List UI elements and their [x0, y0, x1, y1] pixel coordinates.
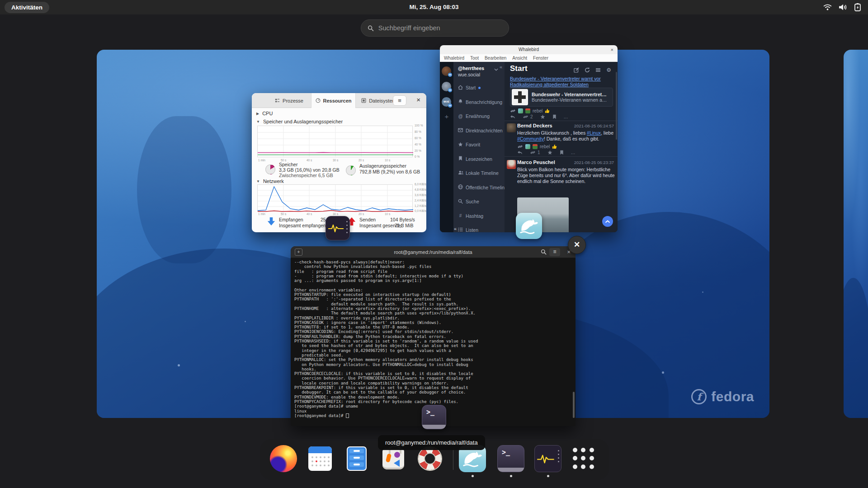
terminal-window[interactable]: + root@ganymed:/run/media/ralf/data ≡ × … — [291, 246, 576, 426]
avatar[interactable] — [507, 123, 516, 132]
sidebar-item-direktnachrichten[interactable]: Direktnachrichten — [458, 128, 507, 133]
post-author[interactable]: Bernd Deckers — [517, 123, 552, 128]
hamburger-menu-button[interactable]: ≡ — [393, 95, 406, 106]
dock-item-files[interactable] — [343, 445, 370, 472]
hashtag-link[interactable]: #Community — [517, 136, 544, 141]
whalebird-sidebar: « @herrthees wue.social Start Benachrich… — [453, 62, 505, 232]
download-arrow-icon — [267, 217, 275, 226]
memory-section-row[interactable]: ▼ Speicher und Auslagerungsspeicher — [256, 119, 343, 124]
collapse-sidebar-icon[interactable]: « — [454, 226, 457, 231]
tab-prozesse[interactable]: Prozesse — [267, 93, 311, 108]
adjacent-workspace-thumbnail[interactable] — [844, 50, 868, 418]
system-monitor-app-badge — [326, 216, 350, 240]
link-preview-card[interactable]: Bundeswehr - Veteranenvertret… Bundesweh… — [510, 88, 613, 107]
favourite-icon[interactable] — [540, 114, 545, 119]
dock-item-app-grid[interactable] — [570, 445, 597, 472]
close-icon[interactable]: × — [416, 96, 420, 103]
custom-emoji — [525, 108, 530, 113]
expanded-triangle-icon: ▼ — [256, 179, 260, 183]
search-icon[interactable] — [541, 249, 547, 255]
add-account-button[interactable]: + — [440, 113, 453, 120]
more-icon[interactable]: … — [564, 114, 568, 119]
custom-emoji — [533, 144, 538, 149]
tab-ressourcen[interactable]: Ressourcen — [311, 93, 356, 108]
whalebird-window[interactable]: Whalebird × Whalebird Toot Bearbeiten An… — [440, 45, 618, 232]
refresh-icon[interactable] — [585, 67, 590, 73]
network-ytick: 1,2 KiB/s — [415, 204, 426, 207]
sidebar-item-benachrichtigung[interactable]: Benachrichtigung — [458, 99, 507, 105]
dock-item-firefox[interactable] — [270, 445, 297, 472]
reply-icon[interactable] — [517, 150, 523, 155]
software-icon — [382, 449, 404, 469]
terminal-output: --check-hash-based-pycs always|default|n… — [294, 260, 478, 418]
dock-item-terminal[interactable]: >_ — [497, 445, 524, 472]
received-label: Empfangen — [279, 217, 303, 222]
sidebar-item-listen[interactable]: «Listen — [458, 227, 507, 232]
more-icon[interactable]: … — [571, 150, 576, 155]
home-icon — [458, 85, 463, 90]
search-bar[interactable] — [361, 19, 509, 37]
boost-button[interactable]: 1 — [530, 150, 540, 155]
menu-toot[interactable]: Toot — [470, 56, 479, 61]
favourite-icon[interactable] — [547, 150, 552, 155]
timeline-scrollbar[interactable] — [616, 72, 617, 140]
menu-ansicht[interactable]: Ansicht — [512, 56, 527, 61]
globe-icon — [458, 184, 463, 189]
memory-xtick: 1 min — [258, 159, 265, 162]
chevron-down-icon[interactable] — [494, 68, 498, 71]
collapse-sidebar-icon[interactable]: « — [500, 64, 502, 70]
menu-bearbeiten[interactable]: Bearbeiten — [485, 56, 506, 61]
cpu-section-row[interactable]: ▶ CPU — [256, 111, 273, 116]
running-indicator — [547, 475, 549, 477]
network-section-row[interactable]: ▼ Netzwerk — [256, 178, 284, 184]
sidebar-item-lesezeichen[interactable]: Lesezeichen — [458, 156, 507, 162]
post-actions: 1 … — [517, 150, 576, 155]
menu-whalebird[interactable]: Whalebird — [444, 56, 464, 61]
users-icon — [458, 170, 464, 175]
bookmark-icon[interactable] — [560, 150, 564, 155]
post-link[interactable]: Radikalisierung altgedienter Soldaten — [510, 82, 589, 87]
sidebar-item-hashtag[interactable]: #Hashtag — [458, 213, 507, 219]
close-window-button[interactable]: ✕ — [568, 236, 586, 254]
account-avatar[interactable]: m — [442, 66, 451, 76]
terminal-output-area[interactable]: --check-hash-based-pycs always|default|n… — [291, 258, 576, 426]
system-monitor-headerbar: Prozesse Ressourcen Dateisysteme ≡ × — [252, 93, 426, 108]
account-avatar[interactable]: WUEm — [442, 97, 451, 107]
account-handle[interactable]: @herrthees — [458, 66, 484, 71]
sidebar-item-favorit[interactable]: Favorit — [458, 142, 507, 147]
thumbs-up-emoji — [545, 108, 550, 113]
sidebar-item-start[interactable]: Start — [458, 85, 507, 90]
post-author[interactable]: Marco Peuschel — [517, 160, 555, 165]
gear-icon[interactable]: ⚙ — [606, 67, 611, 73]
system-monitor-window[interactable]: Prozesse Ressourcen Dateisysteme ≡ × ▶ C… — [252, 93, 426, 232]
memory-xtick: 20 s — [359, 159, 364, 162]
post-link[interactable]: Bundeswehr - Veteranenvertreter warnt vo… — [510, 76, 601, 81]
sidebar-item-lokale-timeline[interactable]: Lokale Timeline — [458, 170, 507, 176]
account-avatar[interactable]: m — [442, 82, 451, 91]
dock-item-calendar[interactable] — [307, 445, 334, 472]
dock-item-system-monitor[interactable] — [534, 445, 561, 472]
sidebar-item-oeffentliche-timeline[interactable]: Öffentliche Timeline — [458, 185, 507, 190]
bookmark-icon[interactable] — [552, 114, 557, 119]
avatar[interactable] — [507, 160, 516, 169]
volume-icon — [839, 4, 848, 11]
close-icon[interactable]: × — [611, 45, 613, 54]
terminal-scrollbar[interactable] — [573, 392, 575, 418]
boost-icon — [510, 109, 516, 113]
network-ytick: 0,0 KiB/s — [415, 209, 426, 212]
whalebird-app-badge — [516, 213, 542, 239]
menu-fenster[interactable]: Fenster — [533, 56, 548, 61]
system-status-area[interactable] — [823, 0, 861, 14]
scroll-to-top-button[interactable] — [602, 216, 613, 227]
compose-icon[interactable] — [574, 67, 579, 73]
memory-xtick: 10 s — [385, 159, 390, 162]
sidebar-item-suche[interactable]: Suche — [458, 199, 507, 204]
search-input[interactable] — [378, 24, 502, 32]
reply-icon[interactable] — [510, 115, 515, 119]
filter-lines-icon[interactable] — [595, 68, 601, 72]
boost-button[interactable]: 2 — [523, 114, 533, 119]
clock[interactable]: Mi, 25. Aug 08:03 — [0, 0, 868, 14]
hashtag-link[interactable]: #Linux — [587, 130, 601, 136]
sidebar-item-erwaehnung[interactable]: @Erwähnung — [458, 113, 507, 119]
hamburger-menu-button[interactable]: ≡ — [549, 248, 560, 256]
